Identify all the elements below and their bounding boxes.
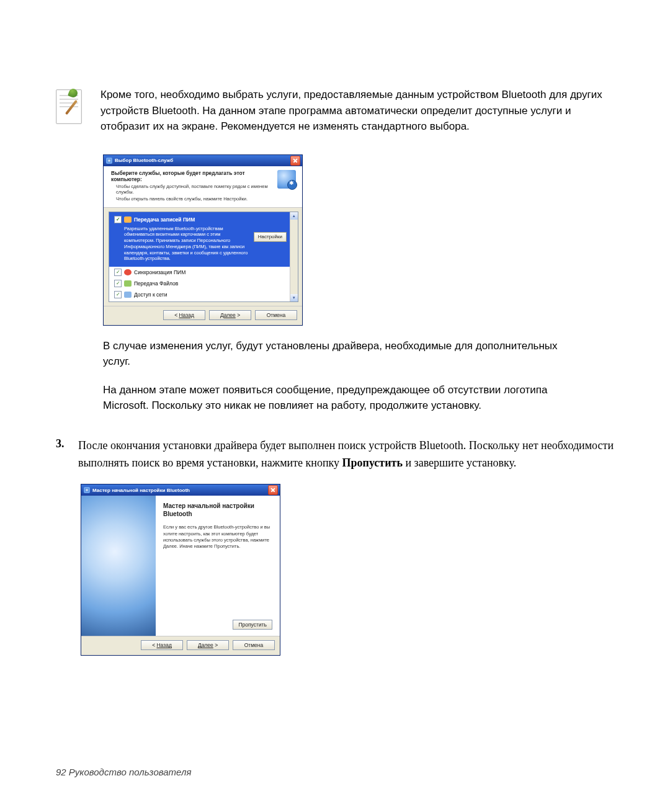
note-icon bbox=[56, 87, 86, 124]
service-name: Передача записей ПИМ bbox=[134, 216, 195, 223]
network-access-icon bbox=[124, 292, 132, 298]
service-description: Разрешить удаленным Bluetooth-устройства… bbox=[114, 226, 250, 262]
step-3: 3. После окончания установки драйвера бу… bbox=[56, 437, 614, 472]
header-instruction: Выберите службы, которые будет предлагат… bbox=[111, 170, 274, 182]
note-block: Кроме того, необходимо выбрать услуги, п… bbox=[56, 87, 614, 135]
scrollbar[interactable]: ▴ ▾ bbox=[290, 212, 298, 301]
titlebar[interactable]: Мастер начальной настройки Bluetooth bbox=[81, 484, 280, 496]
pim-transfer-icon bbox=[124, 216, 132, 223]
cancel-button[interactable]: Отмена bbox=[255, 310, 297, 320]
dialog-bluetooth-wizard: Мастер начальной настройки Bluetooth Мас… bbox=[81, 484, 280, 656]
header-subtext-2: Чтобы открыть панель свойств службы, наж… bbox=[111, 196, 274, 202]
cancel-button[interactable]: Отмена bbox=[233, 640, 275, 650]
checkbox-checked-icon[interactable]: ✓ bbox=[114, 291, 122, 298]
settings-button[interactable]: Настройки bbox=[254, 232, 287, 242]
checkbox-checked-icon[interactable]: ✓ bbox=[114, 269, 122, 276]
file-transfer-icon bbox=[124, 280, 132, 287]
scroll-up-icon[interactable]: ▴ bbox=[290, 212, 298, 220]
service-item[interactable]: ✓ Синхронизация ПИМ bbox=[109, 267, 290, 278]
checkbox-checked-icon[interactable]: ✓ bbox=[114, 216, 122, 223]
page-footer: 92 Руководство пользователя bbox=[56, 767, 191, 777]
paragraph: В случае изменения услуг, будут установл… bbox=[103, 338, 562, 370]
service-name: Доступ к сети bbox=[134, 292, 167, 298]
wizard-heading: Мастер начальной настройки Bluetooth bbox=[163, 502, 272, 518]
close-icon[interactable] bbox=[268, 485, 278, 495]
checkbox-checked-icon[interactable]: ✓ bbox=[114, 280, 122, 287]
service-name: Передача Файлов bbox=[134, 280, 178, 287]
scroll-down-icon[interactable]: ▾ bbox=[290, 294, 298, 301]
globe-image bbox=[81, 496, 156, 636]
wizard-description: Если у вас есть другое Bluetooth-устройс… bbox=[163, 524, 272, 550]
pim-sync-icon bbox=[124, 269, 132, 275]
note-text: Кроме того, необходимо выбрать услуги, п… bbox=[100, 87, 614, 135]
skip-button[interactable]: Пропустить bbox=[233, 620, 272, 630]
step-text: После окончания установки драйвера будет… bbox=[78, 437, 614, 472]
back-button[interactable]: < Назад bbox=[141, 640, 183, 650]
next-button[interactable]: Далее > bbox=[209, 310, 251, 320]
bluetooth-icon bbox=[84, 487, 90, 493]
services-list[interactable]: ✓ Передача записей ПИМ Разрешить удаленн… bbox=[109, 212, 298, 302]
paragraph: На данном этапе может появиться сообщени… bbox=[103, 382, 562, 414]
header-subtext-1: Чтобы сделать службу доступной, поставьт… bbox=[111, 184, 274, 195]
dialog-header: Выберите службы, которые будет предлагат… bbox=[104, 166, 302, 208]
step-number: 3. bbox=[56, 437, 78, 472]
dialog-title: Мастер начальной настройки Bluetooth bbox=[92, 488, 268, 493]
bluetooth-icon bbox=[106, 158, 112, 164]
service-item[interactable]: ✓ Доступ к сети bbox=[109, 289, 290, 300]
monitor-bluetooth-icon bbox=[277, 170, 296, 189]
dialog-title: Выбор Bluetooth-служб bbox=[115, 158, 290, 163]
service-name: Синхронизация ПИМ bbox=[134, 269, 185, 275]
back-button[interactable]: < Назад bbox=[163, 310, 205, 320]
service-item-selected[interactable]: ✓ Передача записей ПИМ Разрешить удаленн… bbox=[109, 212, 290, 267]
service-item[interactable]: ✓ Передача Файлов bbox=[109, 278, 290, 289]
dialog-bluetooth-services: Выбор Bluetooth-служб Выберите службы, к… bbox=[103, 154, 303, 326]
titlebar[interactable]: Выбор Bluetooth-служб bbox=[104, 155, 302, 166]
service-item[interactable]: ✓ Dial-up Networking bbox=[109, 300, 290, 302]
close-icon[interactable] bbox=[290, 156, 300, 166]
next-button[interactable]: Далее > bbox=[187, 640, 229, 650]
